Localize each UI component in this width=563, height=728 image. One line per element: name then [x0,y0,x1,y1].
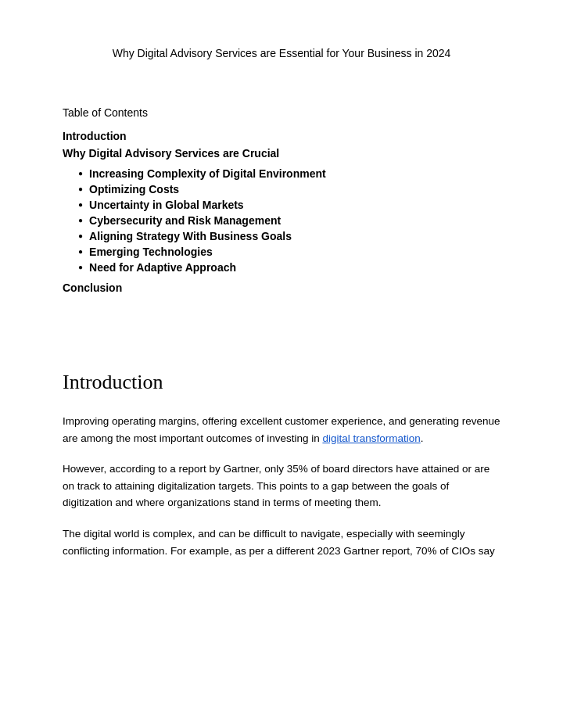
toc-item-uncertainty[interactable]: Uncertainty in Global Markets [78,199,500,211]
toc-item-emerging-label: Emerging Technologies [89,246,213,258]
intro-p1-text-before: Improving operating margins, offering ex… [63,415,500,444]
section-divider [63,300,500,363]
toc-item-uncertainty-label: Uncertainty in Global Markets [89,199,244,211]
toc-item-costs-label: Optimizing Costs [89,183,179,195]
intro-paragraph-2: However, according to a report by Gartne… [63,461,500,511]
toc-introduction[interactable]: Introduction [63,130,500,142]
toc-item-complexity[interactable]: Increasing Complexity of Digital Environ… [78,167,500,180]
toc-item-strategy-label: Aligning Strategy With Business Goals [89,230,292,242]
toc-item-costs[interactable]: Optimizing Costs [78,183,500,195]
toc-item-emerging[interactable]: Emerging Technologies [78,246,500,258]
toc-conclusion[interactable]: Conclusion [63,282,500,294]
intro-paragraph-3: The digital world is complex, and can be… [63,525,500,559]
intro-paragraph-1: Improving operating margins, offering ex… [63,413,500,446]
toc-label: Table of Contents [63,106,500,119]
toc-item-complexity-label: Increasing Complexity of Digital Environ… [89,167,326,180]
toc-item-cybersecurity-label: Cybersecurity and Risk Management [89,214,281,227]
introduction-section: Introduction Improving operating margins… [63,371,500,559]
digital-transformation-link[interactable]: digital transformation [322,432,420,444]
toc-item-strategy[interactable]: Aligning Strategy With Business Goals [78,230,500,242]
toc-item-cybersecurity[interactable]: Cybersecurity and Risk Management [78,214,500,227]
document-title: Why Digital Advisory Services are Essent… [63,47,500,59]
intro-p1-text-after: . [421,432,424,444]
toc-why-crucial[interactable]: Why Digital Advisory Services are Crucia… [63,147,500,160]
digital-transformation-link-text: digital transformation [322,432,420,444]
toc-item-adaptive-label: Need for Adaptive Approach [89,261,236,274]
intro-section-title: Introduction [63,371,500,394]
toc-item-adaptive[interactable]: Need for Adaptive Approach [78,261,500,274]
table-of-contents: Table of Contents Introduction Why Digit… [63,106,500,294]
toc-items-list: Increasing Complexity of Digital Environ… [78,167,500,274]
page-container: Why Digital Advisory Services are Essent… [0,0,563,728]
